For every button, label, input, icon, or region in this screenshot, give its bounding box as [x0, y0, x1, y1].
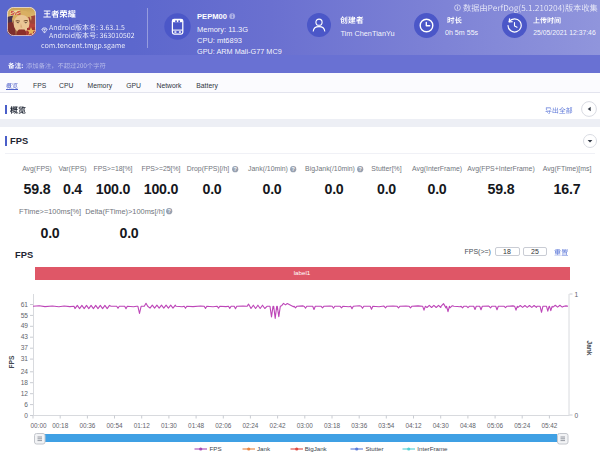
svg-text:02:24: 02:24	[242, 422, 258, 429]
svg-text:05:42: 05:42	[541, 422, 557, 429]
svg-text:00:54: 00:54	[107, 422, 123, 429]
svg-text:FPS: FPS	[8, 355, 15, 368]
svg-text:18: 18	[21, 379, 29, 386]
svg-text:03:36: 03:36	[351, 422, 367, 429]
svg-text:?: ?	[168, 208, 171, 214]
svg-text:31: 31	[21, 355, 29, 362]
svg-text:Jank: Jank	[586, 340, 593, 355]
svg-text:03:18: 03:18	[324, 422, 340, 429]
svg-text:SVS: SVS	[10, 10, 21, 16]
svg-text:01:48: 01:48	[188, 422, 204, 429]
svg-text:04:48: 04:48	[460, 422, 476, 429]
svg-text:02:42: 02:42	[270, 422, 286, 429]
svg-text:1: 1	[575, 291, 579, 298]
svg-text:01:12: 01:12	[134, 422, 150, 429]
svg-text:04:30: 04:30	[433, 422, 449, 429]
svg-text:04:12: 04:12	[406, 422, 422, 429]
svg-text:?: ?	[291, 166, 294, 172]
svg-text:?: ?	[233, 166, 236, 172]
svg-text:43: 43	[21, 333, 29, 340]
svg-text:0: 0	[24, 412, 28, 419]
svg-text:01:30: 01:30	[161, 422, 177, 429]
svg-text:61: 61	[21, 301, 29, 308]
svg-text:37: 37	[21, 344, 29, 351]
svg-text:00:36: 00:36	[79, 422, 95, 429]
svg-text:00:18: 00:18	[52, 422, 68, 429]
svg-text:05:24: 05:24	[514, 422, 530, 429]
svg-text:6: 6	[24, 401, 28, 408]
svg-text:05:06: 05:06	[487, 422, 503, 429]
svg-text:02:06: 02:06	[215, 422, 231, 429]
svg-text:0: 0	[575, 412, 579, 419]
svg-text:?: ?	[358, 166, 361, 172]
svg-text:03:00: 03:00	[297, 422, 313, 429]
svg-text:24: 24	[21, 368, 29, 375]
svg-text:03:54: 03:54	[378, 422, 394, 429]
svg-text:12: 12	[21, 390, 29, 397]
svg-text:55: 55	[21, 312, 29, 319]
svg-text:49: 49	[21, 322, 29, 329]
svg-text:00:00: 00:00	[31, 422, 47, 429]
